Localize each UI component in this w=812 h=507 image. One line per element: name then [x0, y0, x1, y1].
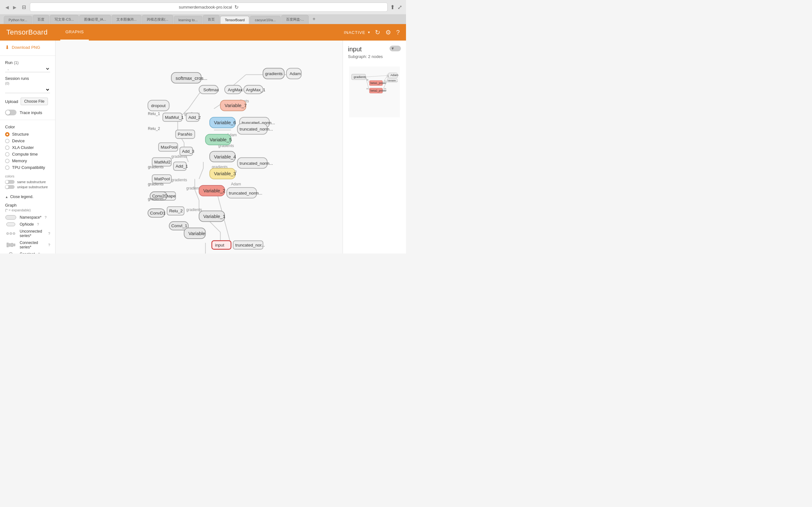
settings-icon[interactable]: ⚙ [386, 29, 391, 36]
colors-swatches: colors same substructure unique substruc… [0, 172, 55, 193]
node-variable2[interactable]: Variable_2 [199, 185, 225, 196]
tab-learning[interactable]: learning to... [174, 16, 203, 24]
svg-text:Variable_7: Variable_7 [224, 103, 247, 108]
node-truncated-bottom[interactable]: truncated_nor... [233, 241, 265, 249]
tab-write[interactable]: 写文章-CS... [50, 15, 79, 24]
color-xla[interactable]: XLA Cluster [5, 145, 50, 150]
back-button[interactable]: ◀ [4, 4, 10, 10]
node-variable7[interactable]: Variable_7 [220, 100, 247, 111]
node-convd1[interactable]: ConvD1 [148, 209, 165, 217]
node-variable1[interactable]: Variable_1 [199, 211, 225, 222]
tab-text[interactable]: 文本图像跨... [112, 15, 142, 24]
trace-inputs-toggle[interactable] [5, 110, 16, 115]
status-dropdown[interactable]: ▾ [368, 30, 370, 35]
help-icon[interactable]: ? [396, 29, 400, 36]
opnode-help-icon[interactable]: ? [37, 222, 39, 226]
tab-baidu[interactable]: 百度 [33, 15, 49, 24]
svg-text:ParaNo: ParaNo [177, 132, 192, 136]
tab-caoyue[interactable]: caoyue10/a... [250, 16, 281, 24]
unconnected-help-icon[interactable]: ? [48, 232, 50, 235]
node-variable3[interactable]: Variable_3 [210, 168, 236, 179]
session-section: Session runs (0) [0, 74, 55, 95]
panel-toggle-icon: ▼ [390, 46, 401, 51]
legend-unconnected: Unconnected series* ? [5, 229, 50, 238]
unique-substructure-label: unique substructure [17, 185, 48, 189]
graph-legend-title: Graph [5, 203, 50, 208]
legend-toggle-label: Close legend. [10, 194, 33, 199]
color-tpu[interactable]: TPU Compatibility [5, 165, 50, 170]
node-input[interactable]: input [212, 241, 231, 249]
svg-text:Add_3: Add_3 [182, 149, 194, 154]
svg-text:gradients: gradients [354, 75, 366, 78]
tab-image[interactable]: 图像处理_IA... [79, 15, 111, 24]
svg-text:truncated_norm...: truncated_norm... [240, 127, 273, 131]
fullscreen-button[interactable]: ⤢ [397, 4, 402, 11]
svg-text:Variable: Variable [189, 231, 205, 236]
connected-help-icon[interactable]: ? [48, 243, 50, 247]
node-dropout[interactable]: dropout [148, 100, 169, 111]
reload-icon[interactable]: ↻ [375, 29, 380, 36]
graph-canvas[interactable]: gradients gradients gradients gradients … [55, 41, 343, 253]
download-icon: ⬇ [5, 44, 9, 50]
right-panel-toggle[interactable]: ▼ [390, 46, 401, 51]
tab-cross[interactable]: 跨模态搜索(... [142, 15, 173, 24]
tab-baidupan[interactable]: 百度网盘-... [281, 15, 309, 24]
node-matmul1[interactable]: MatMul_1 [163, 113, 184, 121]
namespace-help-icon[interactable]: ? [45, 216, 47, 219]
right-panel-title: input [348, 46, 383, 53]
node-variable5[interactable]: Variable_5 [206, 134, 232, 145]
share-button[interactable]: ⬆ [390, 4, 395, 11]
node-variable4[interactable]: Variable_4 [210, 151, 236, 162]
session-select[interactable] [5, 87, 50, 93]
tab-tensorboard[interactable]: TensorBoard [220, 16, 249, 24]
constant-help-icon[interactable]: ? [38, 252, 40, 253]
node-argmax[interactable]: ArgMax [224, 85, 243, 94]
node-softmax-op[interactable]: Softmax [199, 85, 219, 94]
tab-python[interactable]: Python for... [4, 16, 32, 24]
legend-toggle-button[interactable]: ▲ Close legend. [0, 193, 55, 201]
node-variable[interactable]: Variable [184, 228, 205, 239]
radio-memory-label: Memory [12, 158, 27, 163]
svg-text:Softmax: Softmax [203, 88, 219, 92]
forward-button[interactable]: ▶ [11, 4, 18, 10]
svg-text:input: input [215, 243, 224, 247]
color-section: Color Structure Device XLA Cluster [0, 123, 55, 172]
trace-inputs-row: Trace inputs [0, 108, 55, 117]
svg-text:ax: ax [384, 88, 387, 90]
node-relu2[interactable]: Relu_2 [167, 207, 184, 215]
node-gradients[interactable]: gradients [263, 68, 284, 79]
node-argmax1[interactable]: ArgMax_1 [244, 85, 265, 94]
choose-file-button[interactable]: Choose File [20, 98, 48, 105]
new-tab-button[interactable]: + [309, 14, 318, 24]
svg-text:ConvI_1: ConvI_1 [171, 223, 187, 228]
svg-text:ArgMax_1: ArgMax_1 [246, 88, 265, 92]
graph-area[interactable]: gradients gradients gradients gradients … [55, 41, 343, 253]
svg-text:softmax_cros...: softmax_cros... [176, 76, 207, 81]
url-bar[interactable]: summerdemacbook-pro.local ↻ [30, 3, 388, 12]
color-compute[interactable]: Compute time [5, 152, 50, 157]
svg-text:Add_2: Add_2 [189, 115, 201, 120]
right-panel-graph: gradients beta1_power beta2_power Variab… [348, 66, 401, 117]
tab-home[interactable]: 首页 [203, 15, 219, 24]
download-png-button[interactable]: ⬇ Download PNG [0, 41, 55, 53]
session-label: Session runs [5, 76, 50, 81]
color-structure[interactable]: Structure [5, 132, 50, 136]
node-add2[interactable]: Add_2 [186, 113, 201, 121]
nav-graphs[interactable]: GRAPHS [60, 24, 89, 41]
node-maxpool[interactable]: MaxPool [159, 143, 177, 152]
sidebar-toggle-button[interactable]: ⊟ [20, 4, 27, 11]
namespace-icon [5, 215, 16, 220]
svg-text:MatMul_1: MatMul_1 [165, 115, 184, 120]
node-parano[interactable]: ParaNo [176, 130, 195, 138]
node-adam[interactable]: Adam [287, 68, 301, 79]
reload-button[interactable]: ↻ [235, 4, 239, 10]
svg-text:gradients: gradients [148, 165, 164, 169]
run-select[interactable]: . [5, 66, 50, 72]
node-variable6[interactable]: Variable_6 [210, 117, 236, 128]
node-add3[interactable]: Add_3 [180, 147, 194, 156]
color-device[interactable]: Device [5, 138, 50, 143]
svg-text:Relu_2: Relu_2 [169, 209, 183, 213]
node-add1[interactable]: Add_1 [173, 162, 188, 170]
color-memory[interactable]: Memory [5, 158, 50, 163]
browser-tabs: Python for... 百度 写文章-CS... 图像处理_IA... 文本… [0, 14, 406, 24]
